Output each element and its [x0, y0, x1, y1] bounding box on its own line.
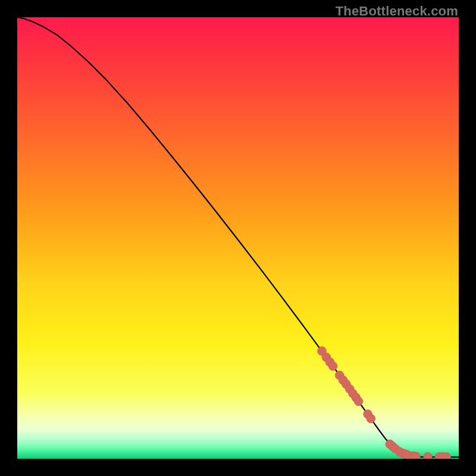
curve-layer	[17, 17, 459, 459]
chart-stage: TheBottleneck.com	[0, 0, 476, 476]
marker-group	[317, 346, 450, 459]
gpu-marker	[424, 453, 433, 459]
gpu-marker	[354, 397, 363, 406]
plot-area	[17, 17, 459, 459]
bottleneck-curve	[17, 17, 459, 457]
gpu-marker	[367, 414, 375, 423]
gpu-marker	[328, 362, 337, 371]
